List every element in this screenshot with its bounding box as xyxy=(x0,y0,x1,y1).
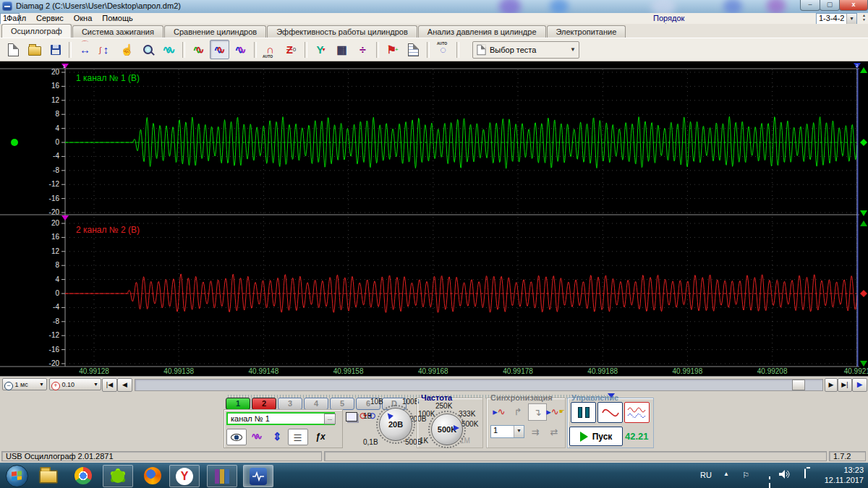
channel-label-1: 1 канал № 1 (В) xyxy=(76,73,140,83)
menu-item-3[interactable]: Помощь xyxy=(97,13,138,23)
taskbar-explorer-icon[interactable] xyxy=(38,465,59,486)
menu-item-0[interactable]: Файл xyxy=(1,13,31,23)
taskbar-firefox-icon[interactable] xyxy=(142,465,163,486)
sync-falling-edge-button[interactable]: ↴ xyxy=(528,403,547,421)
ground-level-marker[interactable] xyxy=(11,139,18,146)
go-to-end-button[interactable]: ▶| xyxy=(838,378,852,392)
signal-settings-button[interactable]: ∿∿ xyxy=(159,40,179,59)
start-button[interactable]: Пуск xyxy=(569,427,623,446)
dual-waves-view-button[interactable]: ∿∿ xyxy=(210,40,229,59)
compare-waves-button[interactable]: ∿∿ xyxy=(189,40,208,59)
menu-item-1[interactable]: Сервис xyxy=(31,13,69,23)
tray-expand-icon[interactable]: ▲ xyxy=(723,471,729,477)
chevron-down-icon[interactable]: ▼ xyxy=(570,46,576,53)
auto-scale-button[interactable]: ∩AUTO xyxy=(260,40,280,59)
save-file-button[interactable] xyxy=(46,40,65,59)
taskbar-chrome-icon[interactable] xyxy=(72,465,94,486)
taskbar-winrar-button[interactable] xyxy=(207,465,237,487)
channel-options-button[interactable]: ... xyxy=(324,414,336,424)
close-button[interactable]: x xyxy=(839,0,868,11)
network-signal-icon[interactable] xyxy=(769,471,771,488)
table-view-button[interactable]: ▦ xyxy=(332,40,352,59)
frequency-knob-dial[interactable]: 500K xyxy=(431,414,463,445)
open-file-button[interactable] xyxy=(25,40,44,59)
sync-collapse-button[interactable]: ⇄ xyxy=(545,424,563,440)
chevron-down-icon[interactable]: ▼ xyxy=(514,426,524,437)
probe-display-icon[interactable] xyxy=(346,412,357,421)
hand-pan-button[interactable]: ☝ xyxy=(117,40,137,59)
filter-button[interactable]: Y▾ xyxy=(311,40,331,59)
minimize-button[interactable]: – xyxy=(800,0,820,11)
auto-measure-button[interactable]: AUTO◌ xyxy=(433,40,453,59)
taskbar-oscilloscope-button[interactable] xyxy=(243,465,273,487)
chevron-down-icon[interactable]: ▼ xyxy=(93,379,98,390)
cylinder-order-select[interactable]: 1-3-4-2 ▼ xyxy=(816,13,857,25)
zoom-out-icon[interactable]: − xyxy=(4,382,13,390)
frequency-knob[interactable]: 250K 100K 333K 500K 1K 1M 500K xyxy=(417,401,482,447)
y-tick-label: 20 xyxy=(51,219,60,227)
tab-4[interactable]: Анализ давления в цилиндре xyxy=(418,25,546,38)
time-scrollbar-thumb[interactable] xyxy=(792,380,805,390)
channel-name-input[interactable] xyxy=(226,412,335,425)
test-select-combo[interactable]: Выбор теста ▼ xyxy=(472,41,579,59)
overlay-waves-view-button[interactable]: ∿∿ xyxy=(231,40,250,59)
sync-edge-wave-button[interactable]: ▸∿ xyxy=(490,403,508,419)
volume-icon[interactable] xyxy=(778,468,790,481)
start-button-orb[interactable] xyxy=(6,465,28,487)
tab-3[interactable]: Эффективность работы цилиндров xyxy=(267,25,417,38)
time-scrollbar-track[interactable] xyxy=(135,379,823,391)
add-flag-marker-button[interactable]: ⚑+ xyxy=(383,40,402,59)
taskbar-yandex-button[interactable]: Y xyxy=(169,465,200,487)
grid-lines-button[interactable]: ——— xyxy=(288,429,308,445)
language-indicator[interactable]: RU xyxy=(700,471,712,479)
menu-item-2[interactable]: Окна xyxy=(69,13,98,23)
continuous-waves-button[interactable] xyxy=(624,402,650,423)
scale-select[interactable]: + 0.10 ▼ xyxy=(49,378,101,390)
sync-manual-button[interactable]: ▸∿☛ xyxy=(547,403,564,419)
clock[interactable]: 13:23 12.11.2017 xyxy=(825,465,864,485)
chevron-down-icon[interactable]: ▼ xyxy=(39,379,44,390)
voltage-knob-dial[interactable]: 20В xyxy=(379,408,412,441)
channel-button-4[interactable]: 4 xyxy=(304,398,328,410)
tab-5[interactable]: Электропитание xyxy=(547,25,626,38)
sync-group-title: Синхронизация xyxy=(490,393,553,402)
tab-2[interactable]: Сравнение цилиндров xyxy=(164,25,266,38)
visibility-eye-button[interactable] xyxy=(226,429,247,445)
channel-button-1[interactable]: 1 xyxy=(226,398,250,410)
function-button[interactable]: ƒx xyxy=(311,429,330,444)
single-wave-button[interactable] xyxy=(597,402,623,423)
step-back-button[interactable]: ◀ xyxy=(117,378,132,392)
voltage-knob-pointer xyxy=(383,409,393,419)
new-file-button[interactable] xyxy=(4,40,23,59)
report-page-button[interactable] xyxy=(404,40,423,59)
zoom-in-icon[interactable]: + xyxy=(51,382,60,390)
battery-icon[interactable] xyxy=(804,469,806,478)
play-forward-button[interactable]: ▶ xyxy=(852,378,867,392)
waveform-style-button[interactable]: ∿∿ xyxy=(247,429,266,444)
channel-button-2[interactable]: 2 xyxy=(252,398,276,410)
pause-button[interactable] xyxy=(571,402,596,423)
zero-offset-button[interactable]: Ƶ0 xyxy=(281,40,301,59)
tab-0[interactable]: Осциллограф xyxy=(1,24,72,38)
zoom-vertical-button[interactable]: ∫↕ xyxy=(96,40,116,59)
action-center-flag-icon[interactable]: ⚐ xyxy=(742,471,749,480)
sync-channel-select[interactable]: 1 ▼ xyxy=(490,425,524,438)
tab-1[interactable]: Система зажигания xyxy=(72,25,163,38)
spinner-arrows-icon[interactable]: ▲▼ xyxy=(861,13,867,22)
sync-rising-edge-button[interactable]: ↱ xyxy=(509,403,527,419)
step-forward-button[interactable]: ▶ xyxy=(825,378,838,392)
go-to-start-button[interactable]: |◀ xyxy=(102,378,117,392)
channel-divider-button[interactable]: ÷ xyxy=(353,40,373,59)
vertical-position-button[interactable]: ⇕ xyxy=(268,429,286,444)
channel-button-3[interactable]: 3 xyxy=(278,398,302,410)
zoom-magnifier-button[interactable] xyxy=(138,40,158,59)
time-per-division-select[interactable]: − 1 мс ▼ xyxy=(2,378,47,390)
channel-button-5[interactable]: 5 xyxy=(330,398,354,410)
maximize-button[interactable]: ▢ xyxy=(820,0,840,11)
taskbar-icq-button[interactable] xyxy=(103,465,133,487)
zoom-horizontal-button[interactable]: ⌒↔ xyxy=(75,40,95,59)
sync-delay-button[interactable]: ⇉ xyxy=(527,424,544,440)
oscilloscope-canvas[interactable]: -20-16-12-8-4048121620-20-16-12-8-404812… xyxy=(0,61,868,376)
menu-bar: ФайлСервисОкнаПомощь Порядок работы цили… xyxy=(0,13,868,25)
chevron-down-icon[interactable]: ▼ xyxy=(846,14,856,24)
